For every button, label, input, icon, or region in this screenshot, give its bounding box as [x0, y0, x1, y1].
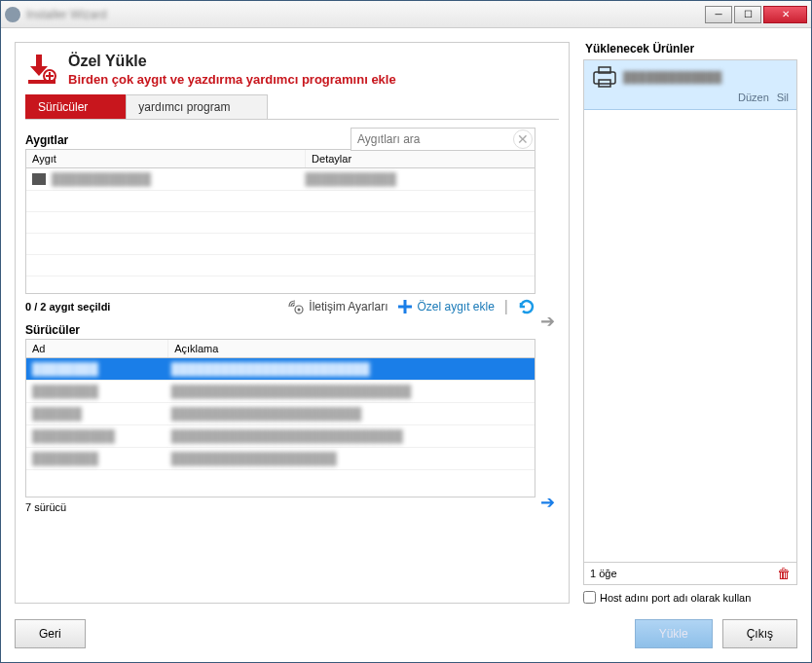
device-row[interactable] — [26, 255, 535, 276]
svg-rect-4 — [594, 72, 615, 84]
drivers-table: Ad Açıklama ████████████████████████████… — [25, 339, 535, 497]
arrow-right-icon[interactable]: ➔ — [540, 311, 555, 332]
drivers-section-label: Sürücüler — [25, 323, 535, 337]
device-selection-status: 0 / 2 aygıt seçildi — [25, 301, 110, 313]
communication-settings-button[interactable]: İletişim Ayarları — [287, 298, 388, 315]
edit-product-button[interactable]: Düzen — [738, 92, 769, 103]
product-count: 1 öğe — [590, 568, 617, 579]
svg-rect-1 — [28, 80, 55, 84]
refresh-icon[interactable] — [518, 298, 535, 315]
trash-icon[interactable]: 🗑 — [777, 566, 791, 581]
device-row[interactable]: ████████████ ███████████ — [26, 168, 535, 191]
minimize-button[interactable]: ─ — [705, 6, 732, 23]
add-custom-device-button[interactable]: Özel aygıt ekle — [397, 299, 494, 314]
delete-product-button[interactable]: Sil — [777, 92, 789, 103]
col-details: Detaylar — [306, 150, 535, 167]
hostname-checkbox[interactable] — [583, 591, 596, 604]
driver-row[interactable]: █████████████████████████████ — [26, 403, 535, 425]
driver-row[interactable]: ████████████████████████████████ — [26, 358, 535, 381]
plus-icon — [397, 299, 413, 314]
right-panel: Yüklenecek Ürünler █████████████ Düzen S… — [583, 42, 797, 604]
svg-point-3 — [298, 309, 301, 312]
products-title: Yüklenecek Ürünler — [583, 42, 797, 55]
back-button[interactable]: Geri — [15, 619, 86, 648]
tab-drivers[interactable]: Sürücüler — [25, 94, 126, 119]
arrow-right-blue-icon[interactable]: ➔ — [540, 492, 555, 513]
device-row[interactable] — [26, 234, 535, 255]
driver-row[interactable]: ████████████████████████████ — [26, 448, 535, 470]
page-title: Özel Yükle — [68, 53, 396, 70]
col-device: Aygıt — [26, 150, 306, 167]
maximize-button[interactable]: ☐ — [734, 6, 761, 23]
app-icon — [5, 7, 20, 22]
hostname-checkbox-row[interactable]: Host adını port adı olarak kullan — [583, 591, 797, 604]
device-row[interactable] — [26, 191, 535, 212]
driver-row[interactable]: █████████████████████████████████████ — [26, 381, 535, 403]
device-search: ✕ — [351, 128, 535, 151]
col-name: Ad — [26, 340, 168, 357]
install-button[interactable]: Yükle — [635, 619, 713, 648]
product-item[interactable]: █████████████ Düzen Sil — [584, 60, 796, 110]
titlebar: Installer Wizard ─ ☐ ✕ — [1, 1, 811, 28]
tab-utility[interactable]: yardımcı program — [126, 94, 268, 119]
signal-gear-icon — [287, 298, 305, 315]
left-panel: Özel Yükle Birden çok aygıt ve yazdırma … — [15, 42, 570, 604]
printer-icon — [592, 66, 617, 88]
clear-search-icon[interactable]: ✕ — [513, 129, 533, 149]
drivers-count: 7 sürücü — [25, 501, 535, 513]
printer-icon — [32, 173, 46, 185]
tabs: Sürücüler yardımcı program — [25, 94, 559, 120]
driver-row[interactable]: ██████████████████████████████████████ — [26, 425, 535, 448]
app-window: Installer Wizard ─ ☐ ✕ Özel Yükle Birden… — [0, 0, 812, 663]
close-button[interactable]: ✕ — [763, 6, 807, 23]
device-row[interactable] — [26, 212, 535, 234]
window-title: Installer Wizard — [26, 8, 705, 21]
devices-table: Aygıt Detaylar ████████████ ███████████ — [25, 149, 535, 294]
exit-button[interactable]: Çıkış — [722, 619, 797, 648]
search-input[interactable] — [351, 132, 511, 146]
custom-install-icon — [25, 53, 58, 86]
page-subtitle: Birden çok aygıt ve yazdırma yardımcı pr… — [68, 72, 396, 87]
col-desc: Açıklama — [168, 340, 535, 357]
